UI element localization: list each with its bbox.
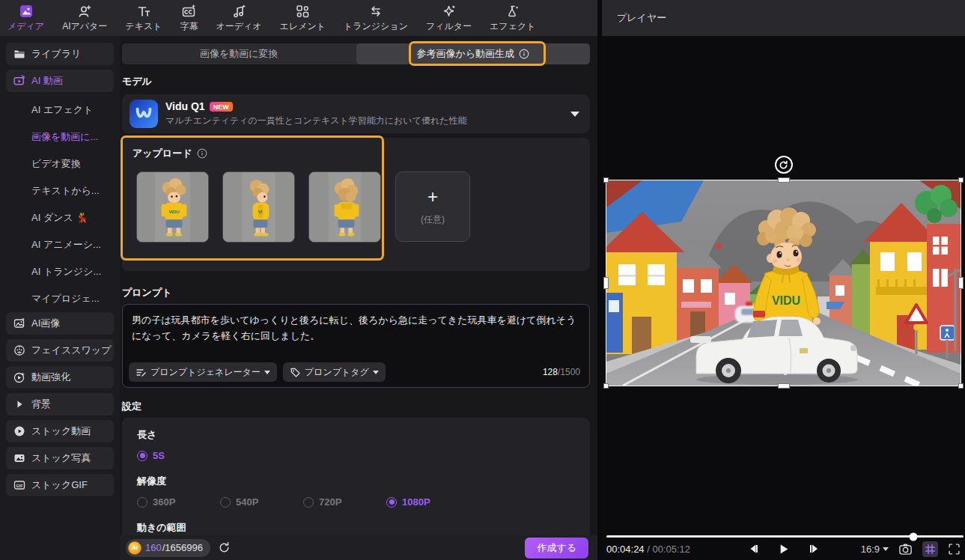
tab-elements[interactable]: エレメント [280,4,326,33]
sidebar-item-label: AI画像 [31,317,60,330]
tab-captions[interactable]: 字幕 [180,4,198,33]
credits-pill[interactable]: AI 160/1656996 [126,539,210,557]
nav-label: テキスト [125,20,162,33]
prompt-editor[interactable]: 男の子は玩具都市を歩いてゆっくりと後ろに転じ、後ろから急に走ってきた玩具車を避け… [122,304,590,388]
player-panel: プレイヤー [602,0,965,560]
sidebar-item-label: ライブラリ [31,47,82,61]
sidebar-item-my-projects[interactable]: マイプロジェ... [6,285,114,312]
media-icon [19,4,34,19]
resize-handle-bottom[interactable] [778,383,790,389]
transitions-icon [368,4,383,19]
optional-label: (任意) [421,213,445,226]
sidebar-item-ai-transition[interactable]: AI トランジシ... [6,258,114,285]
refresh-icon[interactable] [218,541,231,554]
sidebar-item-label: 動画強化 [31,371,70,384]
sidebar-item-library[interactable]: ライブラリ [6,43,114,65]
prompt-tag-button[interactable]: プロンプトタグ [283,362,386,382]
tab-ai-avatar[interactable]: AIアバター [62,4,107,33]
chevron-down-icon [570,112,579,117]
create-button[interactable]: 作成する [525,538,588,559]
sidebar-item-stock-photo[interactable]: ストック写真 [6,447,114,469]
tab-text[interactable]: テキスト [125,4,162,33]
radio-label: 540P [236,496,258,508]
snapshot-button[interactable] [898,542,913,556]
mode-tabbar: 画像を動画に変換 参考画像から動画生成 [122,43,590,64]
radio-icon [303,497,314,508]
resize-handle-top-right[interactable] [958,177,964,183]
info-icon [519,49,529,59]
tab-filters[interactable]: フィルター [426,4,472,33]
sidebar-item-label: AI 動画 [31,74,63,88]
sidebar-item-ai-effects[interactable]: AI エフェクト [6,97,114,124]
upload-thumbnails: VIDU VI [136,171,395,243]
upload-thumbnail-back[interactable] [308,171,381,243]
tab-transitions[interactable]: トランジション [344,4,408,33]
sidebar-item-stock-gif[interactable]: GIF ストックGIF [6,474,114,496]
nav-label: 字幕 [180,20,198,33]
upload-thumbnail-side[interactable]: VI [222,171,295,243]
resolution-option-540p[interactable]: 540P [220,496,303,508]
tab-reference-to-video[interactable]: 参考画像から動画生成 [356,43,591,64]
radio-icon [137,497,147,508]
fullscreen-button[interactable] [948,543,961,556]
play-button[interactable] [778,544,789,555]
video-enhance-icon [13,371,25,383]
model-info: Vidu Q1 NEW マルチエンティティの一貫性とコンテキスト学習能力において… [165,100,563,127]
prompt-generator-button[interactable]: プロンプトジェネレーター [129,362,277,382]
top-toolbar: メディア AIアバター テキスト 字幕 オーディオ エレメント トランジション [0,0,597,36]
sidebar-item-text-to[interactable]: テキストから... [6,177,114,204]
resize-handle-top[interactable] [778,177,790,183]
tab-audio[interactable]: オーディオ [216,4,261,33]
sidebar-item-video-convert[interactable]: ビデオ変換 [6,150,114,177]
model-selector[interactable]: Vidu Q1 NEW マルチエンティティの一貫性とコンテキスト学習能力において… [122,94,590,133]
resize-handle-top-left[interactable] [603,177,609,183]
rotate-icon [779,160,788,170]
sidebar-item-stock-video[interactable]: ストック動画 [6,420,114,442]
previous-frame-button[interactable] [748,544,758,554]
upload-thumbnail-front[interactable]: VIDU [136,171,209,243]
sidebar-item-ai-dance[interactable]: AI ダンス 💃 [6,204,114,231]
nav-label: エレメント [280,20,326,33]
video-preview[interactable]: VIDU [606,180,961,386]
resolution-option-720p[interactable]: 720P [303,496,386,508]
sidebar-item-ai-video[interactable]: AI 動画 [6,70,114,92]
avatar-icon [77,4,92,19]
svg-text:VI: VI [258,210,263,214]
aspect-ratio-selector[interactable]: 16:9 [861,544,889,555]
resize-handle-bottom-right[interactable] [958,383,964,389]
settings-section-label: 設定 [122,400,590,413]
next-frame-button[interactable] [809,544,819,554]
length-option-5s[interactable]: 5S [137,450,220,461]
upload-add-button[interactable]: + (任意) [395,171,470,242]
length-label: 長さ [137,428,575,442]
svg-text:VIDU: VIDU [168,210,179,214]
rotate-handle[interactable] [775,156,793,174]
upload-section-label: アップロード [133,147,192,160]
resolution-option-1080p[interactable]: 1080P [386,496,469,508]
radio-label: 360P [153,496,175,508]
sidebar-item-ai-animation[interactable]: AI アニメーシ... [6,231,114,258]
nav-label: オーディオ [216,20,261,33]
sidebar-item-background[interactable]: 背景 [6,393,114,416]
tab-image-to-video[interactable]: 画像を動画に変換 [122,43,356,64]
stock-gif-icon: GIF [13,479,25,491]
prompt-text[interactable]: 男の子は玩具都市を歩いてゆっくりと後ろに転じ、後ろから急に走ってきた玩具車を避け… [132,312,580,344]
grid-overlay-button[interactable] [922,541,938,557]
resize-handle-right[interactable] [958,277,964,289]
tab-media[interactable]: メディア [7,4,44,33]
sidebar-item-image-to-video[interactable]: 画像を動画に... [6,124,114,150]
sidebar-item-ai-image[interactable]: AI画像 [6,312,114,335]
sidebar-item-face-swap[interactable]: フェイススワップ [6,339,114,362]
sidebar-item-video-enhance[interactable]: 動画強化 [6,366,114,389]
char-count-limit: /1500 [558,367,580,377]
radio-icon [220,497,231,508]
resize-handle-left[interactable] [603,277,609,289]
text-icon [136,4,151,19]
new-badge: NEW [210,102,233,112]
chevron-down-icon [264,371,270,374]
sidebar-item-label: マイプロジェ... [31,292,100,305]
tab-effects[interactable]: エフェクト [490,4,535,33]
resolution-option-360p[interactable]: 360P [137,496,220,508]
resize-handle-bottom-left[interactable] [603,383,609,389]
plus-icon: + [427,188,438,206]
